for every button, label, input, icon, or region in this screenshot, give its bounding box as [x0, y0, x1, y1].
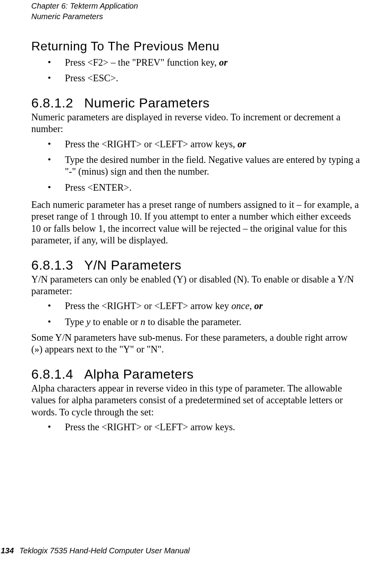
page-footer: 134Teklogix 7535 Hand-Held Computer User… — [1, 546, 190, 555]
emphasis-or: or — [219, 57, 227, 68]
page-content: Returning To The Previous Menu Press <F2… — [31, 22, 361, 433]
emphasis-y: y — [86, 317, 91, 327]
list-item: Type the desired number in the field. Ne… — [31, 154, 361, 178]
list-item: Press the <RIGHT> or <LEFT> arrow keys. — [31, 421, 361, 433]
text: Press the <RIGHT> or <LEFT> arrow keys, — [65, 139, 238, 149]
heading-returning: Returning To The Previous Menu — [31, 39, 361, 54]
list-item: Type y to enable or n to disable the par… — [31, 316, 361, 328]
section-number: 6.8.1.2 — [31, 95, 73, 111]
list-item: Press <F2> – the "PREV" function key, or — [31, 57, 361, 68]
list-numeric: Press the <RIGHT> or <LEFT> arrow keys, … — [31, 138, 361, 194]
footer-title: Teklogix 7535 Hand-Held Computer User Ma… — [19, 546, 190, 555]
header-chapter: Chapter 6: Tekterm Application — [31, 1, 361, 11]
running-header: Chapter 6: Tekterm Application Numeric P… — [31, 0, 361, 22]
paragraph: Some Y/N parameters have sub-menus. For … — [31, 332, 361, 356]
page-number: 134 — [1, 546, 14, 555]
paragraph: Each numeric parameter has a preset rang… — [31, 199, 361, 247]
section-title: Alpha Parameters — [84, 367, 193, 381]
list-item: Press the <RIGHT> or <LEFT> arrow keys, … — [31, 138, 361, 150]
list-item: Press <ENTER>. — [31, 182, 361, 193]
text: to enable or — [91, 317, 141, 327]
text: Press the <RIGHT> or <LEFT> arrow key — [65, 300, 231, 311]
text: , — [249, 300, 254, 311]
emphasis-or: or — [254, 300, 263, 311]
list-item: Press the <RIGHT> or <LEFT> arrow key on… — [31, 300, 361, 312]
paragraph: Y/N parameters can only be enabled (Y) o… — [31, 274, 361, 297]
text: Press <F2> – the "PREV" function key, — [65, 57, 219, 68]
text: Type — [65, 317, 86, 327]
list-yn: Press the <RIGHT> or <LEFT> arrow key on… — [31, 300, 361, 328]
header-section: Numeric Parameters — [31, 11, 361, 22]
emphasis-once: once — [231, 300, 249, 311]
section-number: 6.8.1.4 — [31, 367, 73, 382]
emphasis-n: n — [141, 317, 145, 327]
emphasis-or: or — [238, 139, 246, 149]
section-number: 6.8.1.3 — [31, 258, 73, 273]
list-alpha: Press the <RIGHT> or <LEFT> arrow keys. — [31, 421, 361, 433]
list-returning: Press <F2> – the "PREV" function key, or… — [31, 57, 361, 84]
text: to disable the parameter. — [145, 317, 242, 327]
section-title: Y/N Parameters — [84, 258, 181, 272]
paragraph: Numeric parameters are displayed in reve… — [31, 111, 361, 135]
heading-6-8-1-2: 6.8.1.2Numeric Parameters — [31, 95, 361, 111]
heading-6-8-1-3: 6.8.1.3Y/N Parameters — [31, 258, 361, 273]
list-item: Press <ESC>. — [31, 72, 361, 84]
paragraph: Alpha characters appear in reverse video… — [31, 383, 361, 418]
section-title: Numeric Parameters — [84, 95, 209, 110]
heading-6-8-1-4: 6.8.1.4Alpha Parameters — [31, 367, 361, 382]
